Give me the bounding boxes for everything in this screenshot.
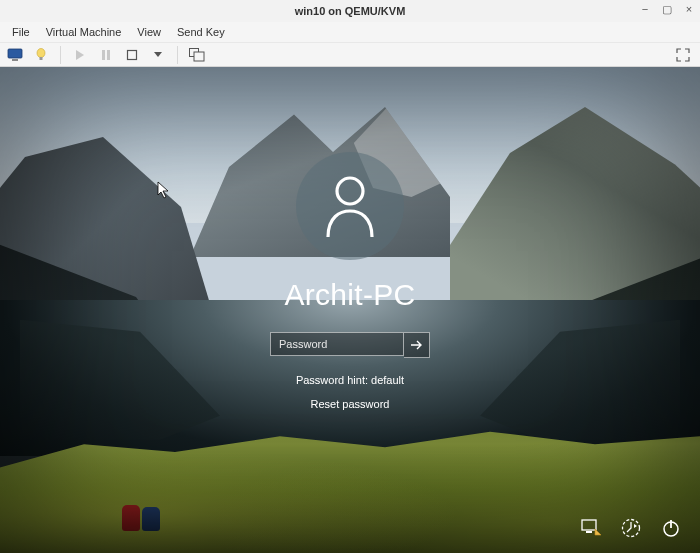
menu-file[interactable]: File [4, 24, 38, 40]
console-button[interactable] [4, 45, 26, 65]
svg-point-11 [337, 178, 363, 204]
vm-display[interactable]: Archit-PC Password hint: default Reset p… [0, 67, 700, 553]
svg-marker-8 [154, 52, 162, 57]
stop-icon [126, 49, 138, 61]
shutdown-button[interactable] [121, 45, 143, 65]
play-icon [75, 49, 85, 61]
backpacks-decoration [122, 499, 166, 531]
svg-rect-12 [582, 520, 596, 530]
svg-rect-7 [128, 50, 137, 59]
user-icon [322, 173, 378, 239]
titlebar: win10 on QEMU/KVM − ▢ × [0, 0, 700, 22]
network-icon [581, 519, 601, 537]
run-button[interactable] [69, 45, 91, 65]
svg-rect-6 [107, 50, 110, 60]
power-button[interactable] [660, 517, 682, 539]
lightbulb-icon [35, 48, 47, 62]
maximize-button[interactable]: ▢ [660, 2, 674, 16]
fullscreen-button[interactable] [672, 45, 694, 65]
svg-rect-1 [12, 59, 18, 61]
toolbar [0, 43, 700, 67]
menu-send-key[interactable]: Send Key [169, 24, 233, 40]
password-row [270, 332, 430, 358]
svg-marker-16 [634, 524, 637, 528]
svg-rect-5 [102, 50, 105, 60]
svg-point-2 [37, 48, 45, 57]
menubar: File Virtual Machine View Send Key [0, 22, 700, 43]
ease-of-access-icon [621, 518, 641, 538]
svg-marker-4 [76, 50, 84, 60]
snapshot-icon [189, 48, 205, 62]
password-hint: Password hint: default [296, 374, 404, 386]
svg-rect-3 [40, 57, 43, 60]
window-title: win10 on QEMU/KVM [295, 5, 406, 17]
virt-manager-window: win10 on QEMU/KVM − ▢ × File Virtual Mac… [0, 0, 700, 553]
user-avatar [296, 152, 404, 260]
monitor-icon [7, 48, 23, 62]
arrow-right-icon [410, 339, 424, 351]
chevron-down-icon [154, 52, 162, 58]
password-input[interactable] [270, 332, 404, 356]
window-controls: − ▢ × [638, 2, 696, 16]
svg-rect-13 [586, 531, 592, 533]
menu-view[interactable]: View [129, 24, 169, 40]
login-panel: Archit-PC Password hint: default Reset p… [270, 152, 430, 410]
menu-virtual-machine[interactable]: Virtual Machine [38, 24, 130, 40]
shutdown-dropdown[interactable] [147, 45, 169, 65]
submit-button[interactable] [404, 332, 430, 358]
details-button[interactable] [30, 45, 52, 65]
network-button[interactable] [580, 517, 602, 539]
pause-button[interactable] [95, 45, 117, 65]
reset-password-link[interactable]: Reset password [311, 398, 390, 410]
ease-of-access-button[interactable] [620, 517, 642, 539]
close-button[interactable]: × [682, 2, 696, 16]
username-label: Archit-PC [284, 278, 415, 312]
power-icon [661, 518, 681, 538]
minimize-button[interactable]: − [638, 2, 652, 16]
svg-marker-14 [595, 529, 601, 535]
toolbar-separator [60, 46, 61, 64]
svg-rect-10 [194, 52, 204, 61]
svg-rect-0 [8, 49, 22, 58]
pause-icon [101, 49, 111, 61]
fullscreen-icon [676, 48, 690, 62]
snapshots-button[interactable] [186, 45, 208, 65]
toolbar-separator [177, 46, 178, 64]
login-bottom-icons [580, 517, 682, 539]
